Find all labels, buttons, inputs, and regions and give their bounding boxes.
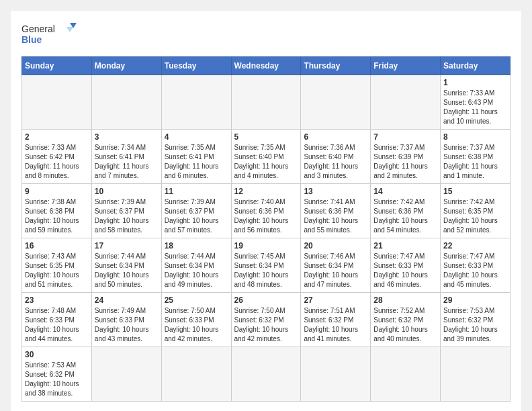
day-info: Sunrise: 7:44 AM Sunset: 6:34 PM Dayligh… xyxy=(165,252,228,289)
calendar-day-cell xyxy=(441,347,511,402)
day-number: 2 xyxy=(25,132,89,142)
calendar-week-row: 2Sunrise: 7:33 AM Sunset: 6:42 PM Daylig… xyxy=(22,130,511,184)
calendar-day-cell: 11Sunrise: 7:39 AM Sunset: 6:37 PM Dayli… xyxy=(161,184,231,238)
day-info: Sunrise: 7:34 AM Sunset: 6:41 PM Dayligh… xyxy=(95,143,159,181)
calendar-day-cell: 18Sunrise: 7:44 AM Sunset: 6:34 PM Dayli… xyxy=(161,238,231,293)
day-number: 27 xyxy=(304,295,367,305)
calendar-day-cell: 3Sunrise: 7:34 AM Sunset: 6:41 PM Daylig… xyxy=(91,130,161,184)
day-number: 7 xyxy=(373,132,437,142)
day-number: 6 xyxy=(304,132,367,142)
calendar-day-cell xyxy=(161,347,231,402)
calendar-day-cell: 13Sunrise: 7:41 AM Sunset: 6:36 PM Dayli… xyxy=(301,184,371,238)
day-number: 30 xyxy=(25,350,89,359)
header: General Blue xyxy=(21,21,511,48)
day-number: 24 xyxy=(95,295,159,305)
calendar-day-cell: 2Sunrise: 7:33 AM Sunset: 6:42 PM Daylig… xyxy=(22,130,92,184)
calendar-day-cell xyxy=(22,75,92,130)
calendar-day-cell xyxy=(161,75,231,130)
day-number: 10 xyxy=(95,187,159,196)
calendar-day-cell: 26Sunrise: 7:50 AM Sunset: 6:32 PM Dayli… xyxy=(231,293,301,347)
day-info: Sunrise: 7:33 AM Sunset: 6:43 PM Dayligh… xyxy=(443,89,507,126)
day-info: Sunrise: 7:53 AM Sunset: 6:32 PM Dayligh… xyxy=(443,306,507,344)
day-info: Sunrise: 7:51 AM Sunset: 6:32 PM Dayligh… xyxy=(304,306,367,344)
day-info: Sunrise: 7:50 AM Sunset: 6:33 PM Dayligh… xyxy=(165,306,228,344)
day-info: Sunrise: 7:42 AM Sunset: 6:36 PM Dayligh… xyxy=(373,197,437,235)
calendar-day-cell xyxy=(301,347,371,402)
day-info: Sunrise: 7:47 AM Sunset: 6:33 PM Dayligh… xyxy=(373,252,437,289)
calendar-day-cell: 10Sunrise: 7:39 AM Sunset: 6:37 PM Dayli… xyxy=(91,184,161,238)
calendar-week-row: 30Sunrise: 7:53 AM Sunset: 6:32 PM Dayli… xyxy=(22,347,511,402)
calendar-day-cell: 22Sunrise: 7:47 AM Sunset: 6:33 PM Dayli… xyxy=(441,238,511,293)
day-info: Sunrise: 7:35 AM Sunset: 6:40 PM Dayligh… xyxy=(234,143,298,181)
calendar-week-row: 23Sunrise: 7:48 AM Sunset: 6:33 PM Dayli… xyxy=(22,293,511,347)
day-number: 20 xyxy=(304,241,367,250)
calendar-page: General Blue SundayMondayTuesdayWednesda… xyxy=(11,11,521,411)
day-number: 8 xyxy=(443,132,507,142)
day-info: Sunrise: 7:50 AM Sunset: 6:32 PM Dayligh… xyxy=(234,306,298,344)
day-info: Sunrise: 7:39 AM Sunset: 6:37 PM Dayligh… xyxy=(95,197,159,235)
calendar-day-cell: 6Sunrise: 7:36 AM Sunset: 6:40 PM Daylig… xyxy=(301,130,371,184)
calendar-day-cell xyxy=(91,75,161,130)
day-info: Sunrise: 7:53 AM Sunset: 6:32 PM Dayligh… xyxy=(25,361,89,398)
calendar-day-cell: 29Sunrise: 7:53 AM Sunset: 6:32 PM Dayli… xyxy=(441,293,511,347)
logo: General Blue xyxy=(21,21,82,48)
calendar-week-row: 9Sunrise: 7:38 AM Sunset: 6:38 PM Daylig… xyxy=(22,184,511,238)
day-info: Sunrise: 7:37 AM Sunset: 6:39 PM Dayligh… xyxy=(373,143,437,181)
calendar-day-cell: 8Sunrise: 7:37 AM Sunset: 6:38 PM Daylig… xyxy=(441,130,511,184)
calendar-day-header: Sunday xyxy=(22,57,92,75)
svg-text:Blue: Blue xyxy=(21,34,42,45)
calendar-day-cell: 19Sunrise: 7:45 AM Sunset: 6:34 PM Dayli… xyxy=(231,238,301,293)
day-info: Sunrise: 7:39 AM Sunset: 6:37 PM Dayligh… xyxy=(165,197,228,235)
calendar-day-cell: 23Sunrise: 7:48 AM Sunset: 6:33 PM Dayli… xyxy=(22,293,92,347)
calendar-day-cell: 21Sunrise: 7:47 AM Sunset: 6:33 PM Dayli… xyxy=(371,238,441,293)
calendar-day-header: Tuesday xyxy=(161,57,231,75)
day-info: Sunrise: 7:35 AM Sunset: 6:41 PM Dayligh… xyxy=(165,143,228,181)
day-info: Sunrise: 7:40 AM Sunset: 6:36 PM Dayligh… xyxy=(234,197,298,235)
day-info: Sunrise: 7:49 AM Sunset: 6:33 PM Dayligh… xyxy=(95,306,159,344)
day-number: 19 xyxy=(234,241,298,250)
calendar-day-cell: 4Sunrise: 7:35 AM Sunset: 6:41 PM Daylig… xyxy=(161,130,231,184)
day-info: Sunrise: 7:44 AM Sunset: 6:34 PM Dayligh… xyxy=(95,252,159,289)
day-number: 5 xyxy=(234,132,298,142)
day-number: 11 xyxy=(165,187,228,196)
day-info: Sunrise: 7:41 AM Sunset: 6:36 PM Dayligh… xyxy=(304,197,367,235)
day-info: Sunrise: 7:46 AM Sunset: 6:34 PM Dayligh… xyxy=(304,252,367,289)
day-number: 18 xyxy=(165,241,228,250)
day-info: Sunrise: 7:45 AM Sunset: 6:34 PM Dayligh… xyxy=(234,252,298,289)
day-number: 22 xyxy=(443,241,507,250)
day-info: Sunrise: 7:47 AM Sunset: 6:33 PM Dayligh… xyxy=(443,252,507,289)
day-info: Sunrise: 7:42 AM Sunset: 6:35 PM Dayligh… xyxy=(443,197,507,235)
calendar-day-header: Friday xyxy=(371,57,441,75)
day-info: Sunrise: 7:43 AM Sunset: 6:35 PM Dayligh… xyxy=(25,252,89,289)
svg-text:General: General xyxy=(21,24,55,34)
day-number: 12 xyxy=(234,187,298,196)
day-number: 28 xyxy=(373,295,437,305)
calendar-day-cell: 1Sunrise: 7:33 AM Sunset: 6:43 PM Daylig… xyxy=(441,75,511,130)
day-number: 29 xyxy=(443,295,507,305)
calendar-header-row: SundayMondayTuesdayWednesdayThursdayFrid… xyxy=(22,57,511,75)
calendar-day-cell: 12Sunrise: 7:40 AM Sunset: 6:36 PM Dayli… xyxy=(231,184,301,238)
calendar-day-cell xyxy=(301,75,371,130)
day-number: 23 xyxy=(25,295,89,305)
calendar-day-cell: 28Sunrise: 7:52 AM Sunset: 6:32 PM Dayli… xyxy=(371,293,441,347)
calendar-day-cell xyxy=(371,347,441,402)
calendar-day-cell: 20Sunrise: 7:46 AM Sunset: 6:34 PM Dayli… xyxy=(301,238,371,293)
day-info: Sunrise: 7:38 AM Sunset: 6:38 PM Dayligh… xyxy=(25,197,89,235)
calendar-week-row: 16Sunrise: 7:43 AM Sunset: 6:35 PM Dayli… xyxy=(22,238,511,293)
day-number: 26 xyxy=(234,295,298,305)
calendar-day-cell: 9Sunrise: 7:38 AM Sunset: 6:38 PM Daylig… xyxy=(22,184,92,238)
calendar-day-cell: 16Sunrise: 7:43 AM Sunset: 6:35 PM Dayli… xyxy=(22,238,92,293)
day-number: 16 xyxy=(25,241,89,250)
calendar-day-cell: 5Sunrise: 7:35 AM Sunset: 6:40 PM Daylig… xyxy=(231,130,301,184)
day-number: 21 xyxy=(373,241,437,250)
calendar-day-cell: 14Sunrise: 7:42 AM Sunset: 6:36 PM Dayli… xyxy=(371,184,441,238)
calendar-table: SundayMondayTuesdayWednesdayThursdayFrid… xyxy=(21,56,511,402)
calendar-day-cell: 25Sunrise: 7:50 AM Sunset: 6:33 PM Dayli… xyxy=(161,293,231,347)
day-number: 17 xyxy=(95,241,159,250)
calendar-day-cell: 17Sunrise: 7:44 AM Sunset: 6:34 PM Dayli… xyxy=(91,238,161,293)
calendar-day-cell xyxy=(371,75,441,130)
calendar-week-row: 1Sunrise: 7:33 AM Sunset: 6:43 PM Daylig… xyxy=(22,75,511,130)
calendar-day-cell xyxy=(91,347,161,402)
day-number: 3 xyxy=(95,132,159,142)
calendar-day-cell: 15Sunrise: 7:42 AM Sunset: 6:35 PM Dayli… xyxy=(441,184,511,238)
